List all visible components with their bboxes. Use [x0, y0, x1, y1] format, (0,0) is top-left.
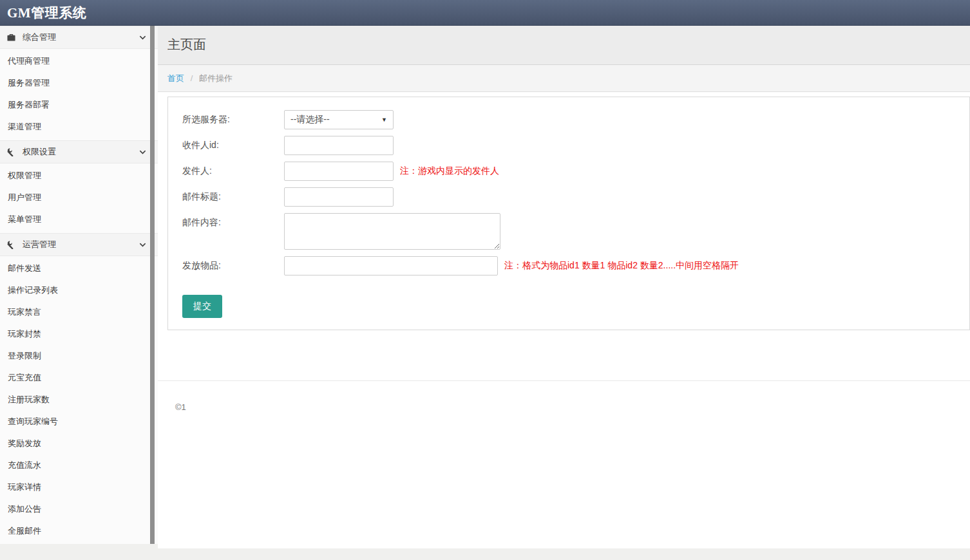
sidebar-item[interactable]: 服务器管理 — [0, 72, 158, 94]
recipient-id-label: 收件人id: — [182, 136, 284, 151]
sidebar-item[interactable]: 玩家禁言 — [0, 301, 158, 323]
breadcrumb-separator: / — [191, 73, 193, 83]
main-content: 主页面 首页 / 邮件操作 所选服务器: --请选择-- ▼ 收件人id: — [158, 26, 970, 544]
copyright-text: ©1 — [175, 402, 186, 412]
footer: ©1 — [158, 380, 970, 412]
sidebar-nav: 综合管理代理商管理服务器管理服务器部署渠道管理权限设置权限管理用户管理菜单管理运… — [0, 26, 158, 544]
mail-title-input[interactable] — [284, 187, 394, 207]
grant-items-label: 发放物品: — [182, 256, 284, 272]
sender-label: 发件人: — [182, 162, 284, 177]
sidebar-section-header-1[interactable]: 权限设置 — [0, 140, 158, 163]
sidebar-item[interactable]: 菜单管理 — [0, 209, 158, 230]
sidebar-section-label: 运营管理 — [23, 239, 56, 250]
mail-content-label: 邮件内容: — [182, 213, 284, 229]
app-window: GM管理系统 综合管理代理商管理服务器管理服务器部署渠道管理权限设置权限管理用户… — [0, 0, 970, 544]
sidebar-section-header-2[interactable]: 运营管理 — [0, 233, 158, 256]
mail-title-label: 邮件标题: — [182, 187, 284, 203]
sidebar-item[interactable]: 渠道管理 — [0, 116, 158, 138]
sidebar-item[interactable]: 元宝充值 — [0, 367, 158, 389]
sidebar-item[interactable]: 充值流水 — [0, 454, 158, 476]
server-select-value: --请选择-- — [290, 114, 381, 126]
sidebar-item[interactable]: 玩家封禁 — [0, 323, 158, 345]
form-row-sender: 发件人: 注：游戏内显示的发件人 — [182, 162, 956, 181]
submit-button[interactable]: 提交 — [182, 295, 222, 318]
wrench-icon — [6, 147, 16, 156]
form-row-recipient: 收件人id: — [182, 136, 956, 155]
grant-items-note: 注：格式为物品id1 数量1 物品id2 数量2.....中间用空格隔开 — [504, 256, 739, 272]
page-header: 主页面 — [158, 26, 970, 65]
sidebar-section-label: 权限设置 — [23, 146, 56, 158]
sidebar-item[interactable]: 注册玩家数 — [0, 389, 158, 411]
mail-form-panel: 所选服务器: --请选择-- ▼ 收件人id: 发件人: 注：游戏内显示的发件人 — [167, 97, 970, 330]
caret-down-icon: ▼ — [381, 117, 387, 123]
sidebar-item[interactable]: 查询玩家编号 — [0, 411, 158, 433]
form-row-server: 所选服务器: --请选择-- ▼ — [182, 110, 956, 129]
sidebar-item[interactable]: 邮件发送 — [0, 257, 158, 279]
sidebar-section-header-0[interactable]: 综合管理 — [0, 26, 158, 49]
sidebar-item[interactable]: 代理商管理 — [0, 50, 158, 72]
top-navbar: GM管理系统 — [0, 0, 970, 26]
app-title: GM管理系统 — [0, 4, 86, 22]
breadcrumb: 首页 / 邮件操作 — [158, 65, 970, 92]
sidebar-item[interactable]: 权限管理 — [0, 165, 158, 187]
recipient-id-input[interactable] — [284, 136, 394, 155]
sidebar-item[interactable]: 操作记录列表 — [0, 279, 158, 301]
server-select[interactable]: --请选择-- ▼ — [284, 110, 394, 129]
sidebar-item[interactable]: 登录限制 — [0, 345, 158, 367]
wrench-icon — [6, 240, 16, 249]
chevron-down-icon — [139, 241, 146, 248]
sidebar-item[interactable]: 奖励发放 — [0, 433, 158, 454]
sidebar-item[interactable]: 全服邮件 — [0, 520, 158, 542]
breadcrumb-current: 邮件操作 — [199, 73, 233, 83]
sidebar: 综合管理代理商管理服务器管理服务器部署渠道管理权限设置权限管理用户管理菜单管理运… — [0, 26, 158, 544]
sidebar-item[interactable]: 添加公告 — [0, 498, 158, 520]
form-row-content: 邮件内容: — [182, 213, 956, 250]
server-select-label: 所选服务器: — [182, 110, 284, 126]
sidebar-item[interactable]: 用户管理 — [0, 187, 158, 209]
chevron-down-icon — [139, 34, 146, 41]
form-row-items: 发放物品: 注：格式为物品id1 数量1 物品id2 数量2.....中间用空格… — [182, 256, 956, 275]
form-row-subject: 邮件标题: — [182, 187, 956, 207]
sidebar-scrollbar[interactable] — [150, 26, 155, 544]
chevron-down-icon — [139, 149, 146, 156]
sidebar-section-label: 综合管理 — [23, 32, 56, 43]
sender-note: 注：游戏内显示的发件人 — [400, 162, 499, 177]
briefcase-icon — [6, 33, 16, 42]
grant-items-input[interactable] — [284, 256, 498, 275]
mail-content-textarea[interactable] — [284, 213, 500, 250]
sender-input[interactable] — [284, 162, 394, 181]
sidebar-item[interactable]: 玩家详情 — [0, 476, 158, 498]
page-title: 主页面 — [167, 36, 970, 53]
sidebar-item[interactable]: 服务器部署 — [0, 94, 158, 116]
content-area: 所选服务器: --请选择-- ▼ 收件人id: 发件人: 注：游戏内显示的发件人 — [158, 97, 970, 548]
breadcrumb-home-link[interactable]: 首页 — [167, 73, 184, 83]
